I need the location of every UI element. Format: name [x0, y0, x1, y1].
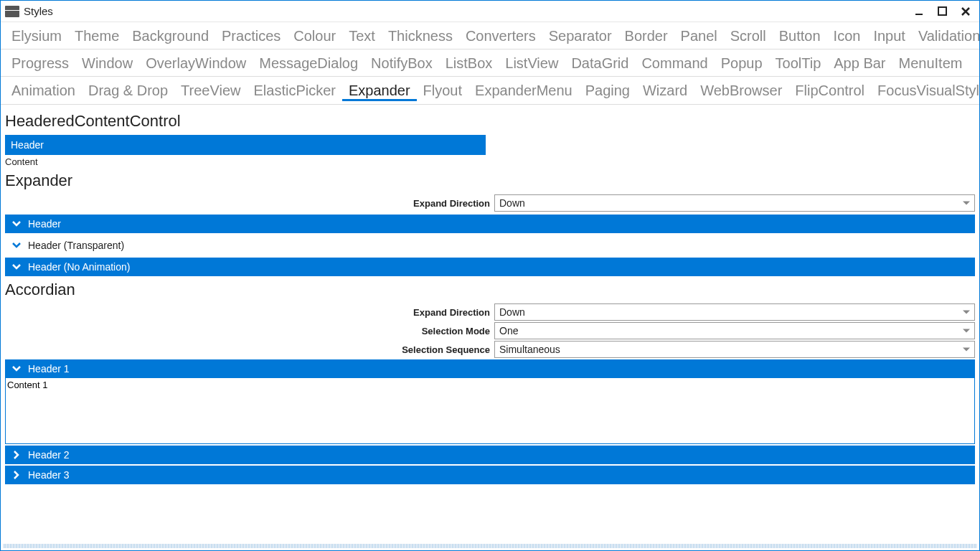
tab-strip: ElysiumThemeBackgroundPracticesColourTex… — [1, 22, 979, 105]
tab-practices[interactable]: Practices — [215, 27, 287, 46]
expander-header-label: Header (Transparent) — [28, 240, 124, 251]
tab-flipcontrol[interactable]: FlipControl — [788, 81, 871, 101]
tab-drag-drop[interactable]: Drag & Drop — [82, 81, 174, 101]
tab-expander[interactable]: Expander — [342, 81, 417, 101]
tab-expandermenu[interactable]: ExpanderMenu — [468, 81, 579, 101]
tab-converters[interactable]: Converters — [459, 27, 542, 46]
main-content: HeaderedContentControl Header Content Ex… — [1, 105, 979, 542]
chevron-down-icon — [11, 218, 22, 230]
chevron-down-icon — [11, 240, 22, 251]
section-title-accordian: Accordian — [5, 281, 975, 299]
tab-text[interactable]: Text — [342, 27, 382, 46]
tab-webbrowser[interactable]: WebBrowser — [694, 81, 788, 101]
expander-direction-value: Down — [499, 197, 525, 209]
minimize-button[interactable] — [915, 6, 925, 17]
tab-tooltip[interactable]: ToolTip — [769, 54, 828, 73]
tab-theme[interactable]: Theme — [68, 27, 126, 46]
tab-menuitem[interactable]: MenuItem — [892, 54, 969, 73]
accordian-header-2[interactable]: Header 3 — [5, 466, 975, 484]
expander-header-0[interactable]: Header — [5, 215, 975, 233]
accordian-field-row-0: Expand DirectionDown — [5, 303, 975, 321]
accordian-item-1: Header 2 — [5, 446, 975, 464]
chevron-down-icon — [963, 329, 970, 333]
tab-elasticpicker[interactable]: ElasticPicker — [247, 81, 341, 101]
accordian-field-label: Selection Mode — [5, 326, 494, 336]
svg-rect-0 — [915, 14, 923, 15]
chevron-down-icon — [11, 261, 22, 273]
accordian-field-label: Selection Sequence — [5, 344, 494, 355]
tab-elysium[interactable]: Elysium — [5, 27, 68, 46]
chevron-down-icon — [963, 348, 970, 352]
expander-header-label: Header (No Animation) — [28, 261, 130, 273]
tab-command[interactable]: Command — [635, 54, 714, 73]
expander-header-2[interactable]: Header (No Animation) — [5, 258, 975, 276]
tab-paging[interactable]: Paging — [579, 81, 636, 101]
tab-validation[interactable]: Validation — [912, 27, 980, 46]
tab-input[interactable]: Input — [867, 27, 911, 46]
accordian-header-0[interactable]: Header 1 — [5, 359, 975, 378]
tab-scroll[interactable]: Scroll — [724, 27, 773, 46]
app-icon — [5, 6, 19, 17]
accordian-item-0: Header 1Content 1 — [5, 359, 975, 444]
tab-background[interactable]: Background — [126, 27, 215, 46]
tab-row-1: ElysiumThemeBackgroundPracticesColourTex… — [1, 22, 979, 50]
tab-animation[interactable]: Animation — [5, 81, 82, 101]
chevron-down-icon — [11, 363, 22, 375]
accordian-field-row-1: Selection ModeOne — [5, 322, 975, 339]
maximize-button[interactable] — [938, 6, 948, 17]
accordian-field-combo[interactable]: One — [494, 322, 975, 339]
tab-datagrid[interactable]: DataGrid — [565, 54, 635, 73]
tab-icon[interactable]: Icon — [827, 27, 867, 46]
accordian-field-value: One — [499, 325, 518, 336]
tab-panel[interactable]: Panel — [674, 27, 724, 46]
accordian-field-value: Simultaneous — [499, 344, 560, 355]
chevron-down-icon — [963, 311, 970, 314]
close-button[interactable] — [961, 6, 971, 17]
expander-direction-row: Expand Direction Down — [5, 194, 975, 212]
tab-flyout[interactable]: Flyout — [417, 81, 468, 101]
hcc-header: Header — [5, 135, 486, 155]
tab-colour[interactable]: Colour — [287, 27, 342, 46]
expander-header-1[interactable]: Header (Transparent) — [5, 236, 975, 255]
svg-rect-1 — [938, 7, 946, 15]
accordian-content-0: Content 1 — [5, 378, 975, 444]
tab-separator[interactable]: Separator — [542, 27, 618, 46]
tab-wizard[interactable]: Wizard — [636, 81, 694, 101]
chevron-down-icon — [963, 202, 970, 205]
section-title-hcc: HeaderedContentControl — [5, 112, 975, 131]
accordian-header-label: Header 1 — [28, 363, 70, 375]
accordian-field-value: Down — [499, 306, 525, 318]
tab-overlaywindow[interactable]: OverlayWindow — [139, 54, 253, 73]
tab-border[interactable]: Border — [618, 27, 674, 46]
tab-notifybox[interactable]: NotifyBox — [364, 54, 439, 73]
tab-popup[interactable]: Popup — [715, 54, 769, 73]
accordian-field-row-2: Selection SequenceSimultaneous — [5, 341, 975, 358]
section-title-expander: Expander — [5, 171, 975, 190]
accordian-header-label: Header 2 — [28, 449, 70, 461]
tab-listbox[interactable]: ListBox — [439, 54, 499, 73]
accordian-field-combo[interactable]: Simultaneous — [494, 341, 975, 358]
horizontal-scrollbar[interactable] — [3, 544, 977, 548]
tab-progress[interactable]: Progress — [5, 54, 75, 73]
hcc-content: Content — [5, 155, 975, 167]
window-title: Styles — [24, 5, 53, 17]
accordian-field-label: Expand Direction — [5, 307, 494, 318]
expander-direction-label: Expand Direction — [5, 198, 494, 209]
tab-app-bar[interactable]: App Bar — [827, 54, 892, 73]
chevron-right-icon — [11, 469, 22, 481]
tab-focusvisualstyle[interactable]: FocusVisualStyle — [871, 81, 980, 101]
chevron-right-icon — [11, 449, 22, 461]
tab-treeview[interactable]: TreeView — [174, 81, 247, 101]
tab-listview[interactable]: ListView — [499, 54, 565, 73]
tab-row-3: AnimationDrag & DropTreeViewElasticPicke… — [1, 77, 979, 104]
accordian-header-1[interactable]: Header 2 — [5, 446, 975, 464]
tab-messagedialog[interactable]: MessageDialog — [253, 54, 364, 73]
window-buttons — [915, 6, 976, 17]
accordian-field-combo[interactable]: Down — [494, 303, 975, 321]
titlebar: Styles — [1, 1, 979, 22]
tab-thickness[interactable]: Thickness — [382, 27, 459, 46]
accordian-item-2: Header 3 — [5, 466, 975, 484]
tab-window[interactable]: Window — [75, 54, 139, 73]
tab-button[interactable]: Button — [773, 27, 827, 46]
expander-direction-combo[interactable]: Down — [494, 194, 975, 212]
